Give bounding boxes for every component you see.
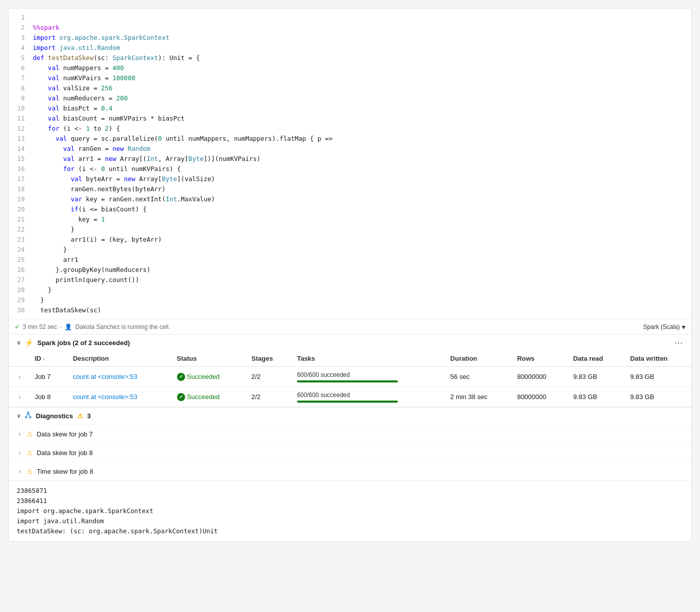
spark-jobs-collapse-icon: ∨	[17, 340, 21, 346]
table-header-row: ID ↓ Description Status Stages Tasks Dur…	[9, 351, 691, 367]
job-id-cell: Job 8	[29, 387, 67, 407]
spark-icon: ⚡	[25, 339, 33, 347]
diagnostics-title: Diagnostics	[36, 412, 73, 420]
output-line-3: import org.apache.spark.SparkContext	[17, 506, 683, 516]
sort-icon: ↓	[43, 356, 45, 361]
job-rows-cell: 80000000	[511, 387, 567, 407]
svg-point-1	[26, 417, 27, 418]
user-icon: 👤	[65, 323, 72, 330]
job-duration-cell: 56 sec	[444, 367, 511, 387]
col-header-expand	[9, 351, 29, 367]
output-section: 23865871 23866411 import org.apache.spar…	[9, 480, 691, 541]
diagnostic-item-1[interactable]: › ⚠ Data skew for job 7	[9, 424, 691, 443]
output-line-5: testDataSkew: (sc: org.apache.spark.Spar…	[17, 526, 683, 536]
spark-jobs-title: Spark jobs (2 of 2 succeeded)	[37, 339, 130, 347]
col-header-description: Description	[67, 351, 170, 367]
diag-item-label: Time skew for job 8	[37, 468, 93, 475]
diagnostic-item-3[interactable]: › ⚠ Time skew for job 8	[9, 462, 691, 480]
svg-line-3	[26, 414, 28, 417]
code-line-23: arr1(i) = (key, byteArr)	[33, 235, 687, 245]
job-description-cell[interactable]: count at <console>:53	[67, 387, 170, 407]
row-expand-btn[interactable]: ›	[17, 393, 23, 401]
job-id-cell: Job 7	[29, 367, 67, 387]
job-stages-cell: 2/2	[246, 367, 291, 387]
cell-footer-separator: ·	[60, 323, 62, 330]
job-data-written-cell: 9.83 GB	[624, 387, 691, 407]
code-line-26: }.groupByKey(numReducers)	[33, 265, 687, 275]
code-line-24: }	[33, 245, 687, 255]
code-line-20: if(i <= biasCount) {	[33, 204, 687, 214]
success-dot-icon: ✓	[177, 373, 185, 381]
row-expand-cell[interactable]: ›	[9, 387, 29, 407]
spark-jobs-more-icon[interactable]: ···	[675, 339, 683, 347]
code-line-17: val byteArr = new Array[Byte](valSize)	[33, 174, 687, 184]
diag-item-expand-btn[interactable]: ›	[17, 430, 23, 438]
job-status-cell: ✓ Succeeded	[171, 367, 246, 387]
diag-item-expand-btn[interactable]: ›	[17, 449, 23, 457]
code-line-16: for (i <- 0 until numKVPairs) {	[33, 164, 687, 174]
job-description-cell[interactable]: count at <console>:53	[67, 367, 170, 387]
notebook-cell: 12345 678910 1112131415 1617181920 21222…	[8, 8, 692, 542]
output-line-4: import java.util.Random	[17, 516, 683, 526]
spark-jobs-section: ∨ ⚡ Spark jobs (2 of 2 succeeded) ··· ID…	[9, 334, 691, 407]
code-line-15: val arr1 = new Array[(Int, Array[Byte])]…	[33, 154, 687, 164]
diagnostic-item-2[interactable]: › ⚠ Data skew for job 8	[9, 443, 691, 462]
warning-icon: ⚠	[27, 468, 33, 475]
col-header-status: Status	[171, 351, 246, 367]
row-expand-btn[interactable]: ›	[17, 373, 23, 381]
code-line-2: %%spark	[33, 23, 687, 33]
success-dot-icon: ✓	[177, 393, 185, 401]
job-tasks-cell: 600/600 succeeded	[291, 387, 444, 407]
code-line-1	[33, 13, 687, 23]
code-line-5: def testDataSkew(sc: SparkContext): Unit…	[33, 53, 687, 63]
task-progress-container: 600/600 succeeded	[297, 371, 398, 382]
col-header-duration: Duration	[444, 351, 511, 367]
progress-bar-fill	[297, 401, 398, 403]
diag-item-expand-btn[interactable]: ›	[17, 467, 23, 475]
spark-jobs-header[interactable]: ∨ ⚡ Spark jobs (2 of 2 succeeded) ···	[9, 335, 691, 351]
code-line-14: val ranGen = new Random	[33, 144, 687, 154]
job-status-cell: ✓ Succeeded	[171, 387, 246, 407]
code-line-25: arr1	[33, 255, 687, 265]
col-header-tasks: Tasks	[291, 351, 444, 367]
code-line-6: val numMappers = 400	[33, 63, 687, 73]
code-line-10: val biasPct = 0.4	[33, 103, 687, 114]
code-line-9: val numReducers = 200	[33, 93, 687, 103]
code-line-22: }	[33, 225, 687, 235]
col-header-rows: Rows	[511, 351, 567, 367]
warning-icon: ⚠	[77, 412, 83, 420]
col-header-stages: Stages	[246, 351, 291, 367]
task-progress-container: 600/600 succeeded	[297, 391, 398, 403]
code-line-4: import java.util.Random	[33, 43, 687, 53]
svg-point-2	[30, 417, 31, 418]
code-lines: %%spark import org.apache.spark.SparkCon…	[29, 13, 691, 315]
diag-item-label: Data skew for job 7	[37, 430, 93, 438]
table-row: › Job 7 count at <console>:53 ✓ Succeede…	[9, 367, 691, 387]
spark-jobs-table: ID ↓ Description Status Stages Tasks Dur…	[9, 351, 691, 407]
cell-user-status: Dakota Sanchez is running the cell.	[75, 323, 170, 330]
job-data-written-cell: 9.83 GB	[624, 367, 691, 387]
code-line-19: var key = ranGen.nextInt(Int.MaxValue)	[33, 194, 687, 204]
code-line-13: val query = sc.parallelize(0 until numMa…	[33, 134, 687, 144]
cell-runtime[interactable]: Spark (Scala) ▾	[643, 323, 685, 331]
row-expand-cell[interactable]: ›	[9, 367, 29, 387]
tasks-text: 600/600 succeeded	[297, 371, 350, 378]
code-line-27: println(query.count())	[33, 275, 687, 285]
output-line-1: 23865871	[17, 486, 683, 496]
code-line-12: for (i <- 1 to 2) {	[33, 124, 687, 134]
job-duration-cell: 2 min 38 sec	[444, 387, 511, 407]
diagnostics-section: ∨ Diagnostics ⚠ 3 › ⚠ Data skew for job …	[9, 407, 691, 480]
warning-icon: ⚠	[27, 430, 33, 438]
code-line-21: key = 1	[33, 214, 687, 225]
diagnostics-header[interactable]: ∨ Diagnostics ⚠ 3	[9, 408, 691, 424]
svg-line-4	[28, 414, 30, 417]
job-description-link[interactable]: count at <console>:53	[73, 373, 137, 380]
job-description-link[interactable]: count at <console>:53	[73, 393, 137, 401]
job-stages-cell: 2/2	[246, 387, 291, 407]
col-header-id[interactable]: ID ↓	[29, 351, 67, 367]
col-header-data-written: Data written	[624, 351, 691, 367]
diagnostics-icon	[25, 412, 32, 420]
diag-item-label: Data skew for job 8	[37, 449, 93, 457]
spark-jobs-header-left: ∨ ⚡ Spark jobs (2 of 2 succeeded)	[17, 339, 130, 347]
code-editor: 12345 678910 1112131415 1617181920 21222…	[9, 9, 691, 319]
